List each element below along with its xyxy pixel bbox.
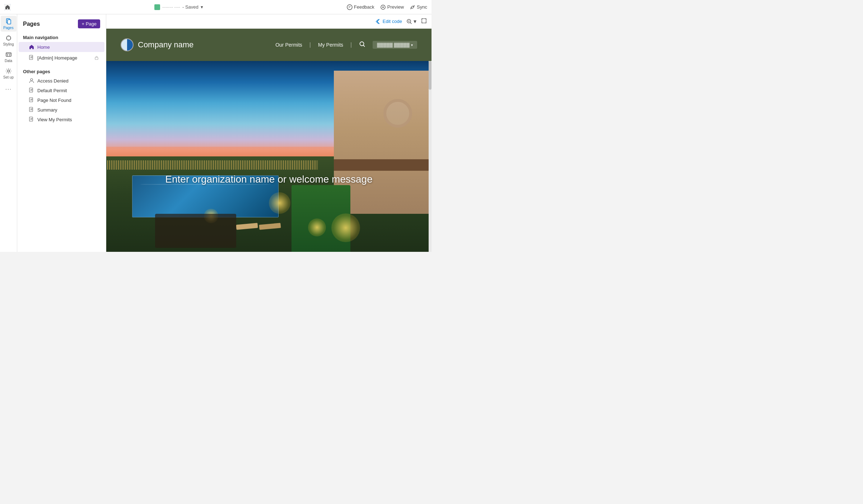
top-bar: ········· ····· - Saved ▾ Feedback Previ… [0, 0, 432, 14]
pages-panel: Pages + Page Main navigation Home ··· [A… [17, 14, 106, 252]
logo-circle [121, 38, 134, 51]
user-badge[interactable]: ▓▓▓▓▓ ▓▓▓▓▓ ▾ [373, 41, 417, 49]
breadcrumb-separator: ········· ····· [162, 5, 180, 10]
hero-background: Enter organization name or welcome messa… [106, 61, 432, 252]
home-nav-icon [29, 44, 34, 50]
saved-status: - Saved [182, 4, 199, 10]
project-thumbnail [154, 4, 160, 10]
summary-icon [29, 107, 34, 113]
other-item-default-permit-label: Default Permit [37, 88, 67, 93]
ground-light-1 [269, 192, 290, 214]
page-doc-icon [29, 88, 34, 93]
other-pages-section: Other pages Access Denied Default Permit [17, 66, 106, 124]
pages-icon [5, 18, 12, 25]
svg-rect-5 [8, 20, 11, 24]
zoom-dropdown-arrow[interactable]: ▾ [414, 18, 416, 25]
dropdown-arrow[interactable]: ▾ [201, 4, 203, 10]
site-header: Company name Our Permits | My Permits | … [106, 29, 432, 61]
top-bar-center: ········· ····· - Saved ▾ [154, 4, 203, 10]
lounge-chair-2 [259, 223, 281, 230]
nav-divider: | [309, 42, 311, 48]
zoom-controls[interactable]: ▾ [406, 18, 416, 25]
setup-label: Set up [3, 75, 14, 79]
zoom-icon [406, 19, 412, 24]
edit-code-button[interactable]: Edit code [375, 19, 402, 24]
add-page-button[interactable]: + Page [78, 19, 100, 28]
svg-point-11 [31, 79, 33, 81]
page-not-found-icon [29, 97, 34, 103]
other-item-access-denied-label: Access Denied [37, 78, 69, 84]
other-item-page-not-found[interactable]: Page Not Found [19, 95, 104, 105]
nav-my-permits[interactable]: My Permits [318, 42, 343, 48]
site-company-name: Company name [138, 40, 193, 50]
building-shade [334, 159, 432, 171]
other-item-access-denied[interactable]: Access Denied [19, 76, 104, 85]
top-bar-right: Feedback Preview Sync [347, 4, 427, 10]
building-window [383, 99, 412, 128]
view-permits-icon [29, 117, 34, 122]
site-preview: Company name Our Permits | My Permits | … [106, 29, 432, 252]
main-nav-label: Main navigation [17, 32, 106, 42]
sync-button[interactable]: Sync [410, 4, 427, 10]
sidebar-item-data[interactable]: Data [1, 49, 17, 65]
vscode-icon [375, 19, 381, 24]
more-options[interactable]: ··· [1, 83, 17, 95]
svg-rect-7 [6, 53, 11, 56]
other-pages-label: Other pages [17, 66, 106, 76]
data-label: Data [5, 59, 12, 63]
preview-button[interactable]: Preview [380, 4, 404, 10]
site-nav: Our Permits | My Permits | ▓▓▓▓▓ ▓▓▓▓▓ ▾ [275, 41, 417, 49]
preview-area: Edit code ▾ Comp [106, 14, 432, 252]
ground-light-3 [308, 218, 326, 236]
site-logo: Company name [121, 38, 193, 51]
preview-icon [380, 4, 386, 10]
sidebar-item-pages[interactable]: Pages [1, 16, 17, 32]
nav-item-admin-homepage[interactable]: [Admin] Homepage [19, 53, 104, 63]
styling-label: Styling [3, 42, 14, 46]
home-icon[interactable] [4, 4, 11, 10]
svg-rect-10 [95, 57, 98, 60]
svg-point-1 [347, 5, 352, 10]
edit-code-label: Edit code [383, 19, 402, 24]
expand-button[interactable] [421, 18, 427, 25]
pages-panel-header: Pages + Page [17, 14, 106, 32]
data-icon [5, 51, 12, 58]
main-container: Pages Styling Data Set up ··· [0, 14, 432, 252]
sync-icon [410, 4, 415, 10]
other-item-summary-label: Summary [37, 107, 57, 113]
search-icon[interactable] [359, 41, 365, 49]
expand-icon [421, 18, 427, 24]
lock-icon [94, 56, 99, 60]
city-lights [106, 160, 318, 170]
other-item-default-permit[interactable]: Default Permit [19, 86, 104, 95]
other-item-page-not-found-label: Page Not Found [37, 98, 71, 103]
pages-label: Pages [3, 26, 13, 30]
feedback-button[interactable]: Feedback [347, 4, 374, 10]
scrollbar-track [429, 61, 432, 252]
styling-icon [5, 34, 12, 42]
sidebar-item-styling[interactable]: Styling [1, 32, 17, 48]
other-item-view-my-permits-label: View My Permits [37, 117, 72, 122]
hero-section: Enter organization name or welcome messa… [106, 61, 432, 252]
other-item-summary[interactable]: Summary [19, 105, 104, 114]
icon-sidebar: Pages Styling Data Set up ··· [0, 14, 17, 252]
pages-panel-title: Pages [23, 21, 40, 27]
sidebar-item-setup[interactable]: Set up [1, 65, 17, 81]
preview-toolbar: Edit code ▾ [106, 14, 432, 29]
setup-icon [5, 67, 12, 75]
lounge-chair-1 [236, 223, 258, 230]
nav-our-permits[interactable]: Our Permits [275, 42, 302, 48]
foreground-table [155, 214, 237, 248]
svg-point-3 [382, 6, 384, 8]
ground-light-4 [331, 213, 360, 242]
hero-welcome-text[interactable]: Enter organization name or welcome messa… [165, 174, 372, 185]
feedback-icon [347, 4, 353, 10]
user-icon [29, 78, 34, 84]
nav-item-home-label: Home [37, 44, 99, 50]
nav-item-home[interactable]: Home ··· [19, 42, 104, 52]
top-bar-left [4, 4, 11, 10]
other-item-view-my-permits[interactable]: View My Permits [19, 115, 104, 124]
scrollbar-thumb[interactable] [429, 61, 432, 90]
nav-divider-2: | [350, 42, 352, 48]
nav-item-admin-label: [Admin] Homepage [37, 55, 92, 61]
